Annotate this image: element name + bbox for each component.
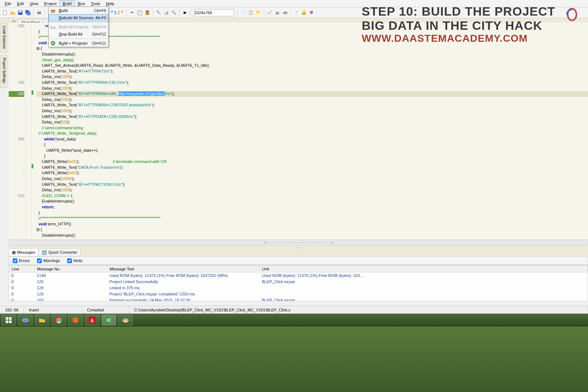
menu-edit[interactable]: Edit [14,1,27,7]
code-area[interactable]: return; } //****************************… [34,23,588,240]
horizontal-scrollbar[interactable]: ◄ ─────────────────────────── ► [9,240,588,245]
gutter: 180 ·· ····· 190 · 192 ······· 200 ·····… [9,23,26,240]
start-button[interactable] [1,315,16,326]
windows-taskbar: IC [0,314,588,327]
tool-icon[interactable]: 🔧 [155,9,162,16]
svg-rect-16 [6,317,8,320]
dropdown-build-program[interactable]: Build + ProgramCtrl+F11 [49,40,108,47]
paste-icon[interactable] [144,9,151,16]
tool-icon[interactable]: 📊 [163,9,170,16]
save-icon[interactable] [17,9,24,16]
tab-quick-converter[interactable]: 🔢 Quick Converter [38,248,80,256]
col-unit[interactable]: Unit [260,266,588,273]
redo-icon[interactable] [118,9,124,16]
tool-icon[interactable]: 🔔 [301,9,307,16]
tool-icon[interactable]: 📈 [266,9,273,16]
menu-help[interactable]: Help [103,1,117,7]
fold-column[interactable] [26,23,31,240]
tool-icon[interactable]: 🗃 [282,9,288,16]
filter-errors[interactable]: Errors [13,258,30,263]
message-row[interactable]: 0128Linked in 375 ms [9,285,588,291]
dropdown-build[interactable]: BuildCtrl+F9 [49,7,108,14]
col-no[interactable]: Message No. [35,266,107,273]
separator [264,9,264,16]
separator [126,9,127,16]
status-pos: 192: 66 [0,306,24,314]
message-row[interactable]: 0129Project 'BLEP_Click.mcpar' completed… [9,291,588,297]
side-tab-project-settings[interactable]: Project Settings [0,55,7,88]
filter-warnings[interactable]: Warnings [37,258,60,263]
menu-build[interactable]: Build [60,0,75,7]
warnings-checkbox[interactable] [37,258,42,263]
svg-point-34 [127,319,128,320]
separator [33,9,34,16]
messages-icon: ▦ [12,250,16,255]
col-text[interactable]: Message Text [107,266,260,273]
saveall-icon[interactable] [25,9,31,16]
shortcut: Ctrl+F12 [92,32,106,36]
help-icon[interactable]: ❔ [293,9,299,16]
taskbar-adobe[interactable] [85,315,99,326]
cut-icon[interactable]: ✂ [129,9,135,16]
svg-rect-19 [9,320,12,323]
shortcut: Alt+F9 [95,16,106,20]
tool-icon[interactable]: 📄 [240,9,246,16]
menu-project[interactable]: Project [41,1,59,7]
editor: 180 ·· ····· 190 · 192 ······· 200 ·····… [9,23,588,240]
svg-rect-9 [27,12,30,15]
taskbar-explorer[interactable] [35,315,49,326]
svg-point-33 [125,319,126,320]
dropdown-stop-build[interactable]: Stop Build AllCtrl+F12 [49,30,108,38]
taskbar-app[interactable] [68,315,83,326]
menu-tools[interactable]: Tools [88,1,103,7]
message-row[interactable]: 01144Used ROM (bytes): 11375 (1%) Free R… [9,273,588,279]
copy-icon[interactable] [136,9,143,16]
tool-icon[interactable]: ⚙ [308,9,315,16]
svg-rect-15 [146,10,148,11]
menu-file[interactable]: File [2,1,14,7]
tool-icon[interactable]: ▶ [182,9,188,16]
desktop-bg [0,327,588,392]
new-icon[interactable] [2,9,8,16]
errors-checkbox[interactable] [13,258,17,263]
messages-table[interactable]: Line Message No. Message Text Unit 01144… [9,265,588,301]
tab-messages[interactable]: ▦ Messages [9,248,38,256]
side-tab-code-explorer[interactable]: Code Explorer [0,23,7,52]
col-line[interactable]: Line [9,266,35,273]
tool-icon[interactable]: 📋 [248,9,254,16]
mark-column [31,23,34,240]
resolution-combo[interactable] [194,9,234,16]
tool-icon[interactable]: 🗂 [274,9,281,16]
taskbar-chrome[interactable] [52,315,66,326]
taskbar-ie[interactable] [18,315,33,326]
separator [191,9,191,16]
tool-icon[interactable]: 🔍 [171,9,177,16]
separator [45,9,45,16]
tab-label: Quick Converter [48,250,77,254]
svg-rect-11 [38,11,40,12]
bottom-tabbar: ▦ Messages 🔢 Quick Converter [9,248,588,256]
taskbar-ide[interactable]: IC [102,315,116,326]
dropdown-rebuild-all[interactable]: Rebuild All SourcesAlt+F9 [49,14,108,21]
overlay-caption: STEP 10: BUILD THE PROJECT BIG DATA IN T… [362,4,555,44]
menu-run[interactable]: Run [75,1,88,7]
message-row[interactable]: 0103Finished successfully: 24 May 2015, … [9,297,588,302]
overlay-line2: BIG DATA IN THE CITY HACK [362,19,555,33]
hints-checkbox[interactable] [67,258,72,263]
svg-rect-2 [50,26,53,29]
separator [237,9,238,16]
undo-icon[interactable] [110,9,117,16]
splitter[interactable]: ,,,,,,,, [9,245,588,248]
tool-icon[interactable]: 📁 [255,9,262,16]
print-icon[interactable] [36,9,42,16]
build-prog-icon [50,40,56,46]
build-all-icon [50,24,56,30]
message-row[interactable]: 0125Project Linked SuccessfullyBLEP_Clic… [9,279,588,285]
status-state: Compiled [82,306,129,314]
menu-view[interactable]: View [27,1,41,7]
shortcut: Shift+F9 [92,25,106,29]
filter-hints[interactable]: Hints [67,258,82,263]
open-icon[interactable] [9,9,16,16]
taskbar-paint[interactable] [118,315,133,326]
shortcut: Ctrl+F11 [92,41,106,45]
